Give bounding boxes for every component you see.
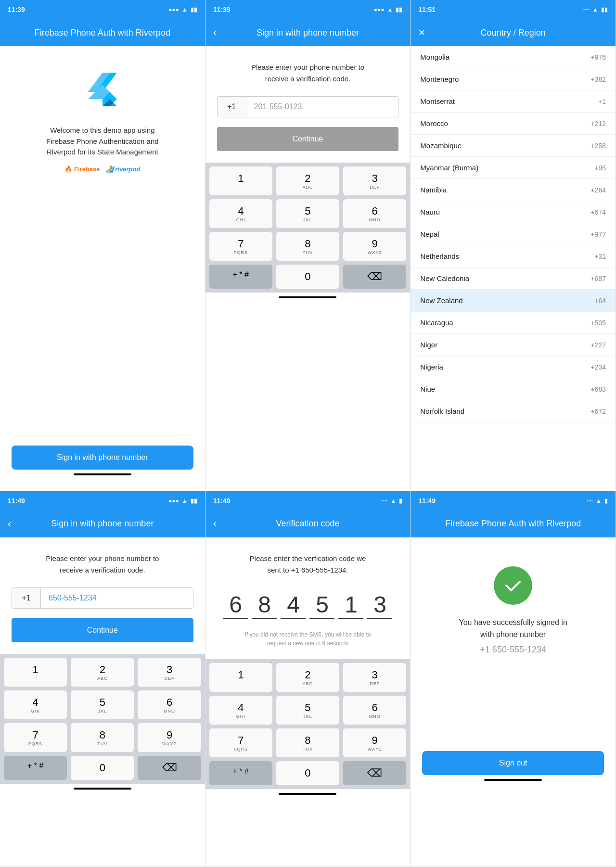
- key-5-9[interactable]: 9WXYZ: [343, 728, 406, 757]
- sign-out-button[interactable]: Sign out: [422, 751, 604, 775]
- key-5-2[interactable]: 2ABC: [276, 663, 339, 692]
- key-6[interactable]: 6MNO: [343, 199, 406, 228]
- wifi-icon: ▲: [182, 6, 188, 13]
- phone-number-field[interactable]: [246, 97, 398, 117]
- digit-2: 8: [252, 591, 277, 619]
- key-5-4[interactable]: 4GHI: [209, 696, 272, 725]
- nav-title-1: Firebase Phone Auth with Riverpod: [35, 28, 170, 38]
- key-1[interactable]: 1: [209, 166, 272, 195]
- country-list[interactable]: Mongolia+976 Montenegro+382 Montserrat+1…: [411, 46, 616, 491]
- back-button-4[interactable]: ‹: [8, 518, 11, 530]
- time-3: 11:51: [418, 6, 436, 13]
- key-0[interactable]: 0: [276, 265, 339, 289]
- nav-title-2: Sign in with phone number: [257, 28, 359, 38]
- country-item-nigeria[interactable]: Nigeria+234: [411, 356, 616, 378]
- status-icons-6: ···· ▲ ▮: [587, 497, 608, 504]
- digit-4: 5: [309, 591, 334, 619]
- key-4-7[interactable]: 7PQRS: [4, 723, 67, 752]
- time-6: 11:49: [418, 497, 436, 505]
- country-item-nauru[interactable]: Nauru+674: [411, 201, 616, 223]
- country-item-new-zealand[interactable]: New Zealand+64: [411, 290, 616, 312]
- back-button-2[interactable]: ‹: [213, 26, 217, 39]
- key-4-2[interactable]: 2ABC: [71, 658, 134, 687]
- digit-1: 6: [223, 591, 248, 619]
- continue-button[interactable]: Continue: [217, 127, 399, 151]
- country-item-mongolia[interactable]: Mongolia+976: [411, 46, 616, 68]
- key-3[interactable]: 3DEF: [343, 166, 406, 195]
- phone-input-row-4: +1: [12, 587, 193, 609]
- key-4-3[interactable]: 3DEF: [138, 658, 201, 687]
- country-item-morocco[interactable]: Morocco+212: [411, 113, 616, 135]
- continue-button-4[interactable]: Continue: [12, 618, 193, 642]
- key-5-8[interactable]: 8TUV: [276, 728, 339, 757]
- welcome-body: Welcome to this demo app using Firebase …: [0, 46, 205, 491]
- key-5-5[interactable]: 5JKL: [276, 696, 339, 725]
- country-item-myanmar[interactable]: Myanmar (Burma)+95: [411, 157, 616, 179]
- key-4-special[interactable]: + * #: [4, 756, 67, 780]
- status-bar-2: 11:39 ●●● ▲ ▮▮: [205, 0, 411, 19]
- screen-country-region: 11:51 ···· ▲ ▮▮ ✕ Country / Region Mongo…: [411, 0, 616, 491]
- riverpod-label: 🏄 riverpod: [106, 166, 141, 173]
- key-5[interactable]: 5JKL: [276, 199, 339, 228]
- key-7[interactable]: 7PQRS: [209, 232, 272, 261]
- country-item-niue[interactable]: Niue+683: [411, 378, 616, 400]
- key-4-0[interactable]: 0: [71, 756, 134, 780]
- success-message: You have successfully signed in with pho…: [459, 616, 567, 641]
- country-item-montserrat[interactable]: Montserrat+1: [411, 90, 616, 113]
- country-item-nicaragua[interactable]: Nicaragua+505: [411, 312, 616, 334]
- country-item-montenegro[interactable]: Montenegro+382: [411, 68, 616, 90]
- status-icons-5: ···· ▲ ▮: [381, 497, 402, 504]
- key-8[interactable]: 8TUV: [276, 232, 339, 261]
- key-4-5[interactable]: 5JKL: [71, 690, 134, 719]
- resend-text: If you did not receive the SMS, you will…: [217, 630, 399, 648]
- wifi-icon-2: ▲: [387, 6, 393, 13]
- key-5-special[interactable]: + * #: [209, 761, 272, 785]
- status-bar-6: 11:49 ···· ▲ ▮: [411, 491, 616, 510]
- signal-icon-2: ●●●: [374, 6, 385, 13]
- key-4-8[interactable]: 8TUV: [71, 723, 134, 752]
- battery-icon-3: ▮▮: [601, 6, 608, 13]
- phone-input-filled-body: Please enter your phone number to receiv…: [0, 537, 205, 654]
- country-item-netherlands[interactable]: Netherlands+31: [411, 245, 616, 268]
- key-4-4[interactable]: 4GHI: [4, 690, 67, 719]
- country-item-mozambique[interactable]: Mozambique+258: [411, 135, 616, 157]
- success-body: You have successfully signed in with pho…: [411, 537, 616, 867]
- nav-bar-2: ‹ Sign in with phone number: [205, 19, 411, 46]
- nav-title-5: Verification code: [276, 519, 339, 529]
- battery-icon: ▮▮: [191, 6, 197, 13]
- key-5-3[interactable]: 3DEF: [343, 663, 406, 692]
- country-item-niger[interactable]: Niger+227: [411, 334, 616, 356]
- key-5-backspace[interactable]: ⌫: [343, 761, 406, 785]
- flutter-logo: [78, 65, 127, 114]
- key-4-backspace[interactable]: ⌫: [138, 756, 201, 780]
- country-code-display-4[interactable]: +1: [12, 588, 41, 608]
- phone-number-field-4[interactable]: [41, 588, 193, 608]
- wifi-icon-6: ▲: [596, 497, 602, 504]
- key-5-6[interactable]: 6MNO: [343, 696, 406, 725]
- back-button-5[interactable]: ‹: [213, 518, 217, 530]
- numpad-5: 1 2ABC 3DEF 4GHI 5JKL 6MNO 7PQRS 8TUV 9W…: [205, 659, 411, 789]
- close-button-3[interactable]: ✕: [418, 27, 425, 38]
- key-5-7[interactable]: 7PQRS: [209, 728, 272, 757]
- key-special[interactable]: + * #: [209, 265, 272, 289]
- sign-in-button-1[interactable]: Sign in with phone number: [12, 446, 193, 470]
- key-5-0[interactable]: 0: [276, 761, 339, 785]
- key-4-6[interactable]: 6MNO: [138, 690, 201, 719]
- key-4[interactable]: 4GHI: [209, 199, 272, 228]
- key-4-9[interactable]: 9WXYZ: [138, 723, 201, 752]
- country-code-display[interactable]: +1: [218, 97, 246, 117]
- country-item-new-caledonia[interactable]: New Caledonia+687: [411, 268, 616, 290]
- key-backspace[interactable]: ⌫: [343, 265, 406, 289]
- home-indicator-4: [74, 788, 131, 790]
- key-5-1[interactable]: 1: [209, 663, 272, 692]
- status-bar-3: 11:51 ···· ▲ ▮▮: [411, 0, 616, 19]
- wifi-icon-3: ▲: [592, 6, 598, 13]
- country-item-nepal[interactable]: Nepal+977: [411, 223, 616, 245]
- nav-bar-6: Firebase Phone Auth with Riverpod: [411, 510, 616, 537]
- key-2[interactable]: 2ABC: [276, 166, 339, 195]
- nav-title-4: Sign in with phone number: [51, 519, 154, 529]
- country-item-norfolk[interactable]: Norfolk Island+672: [411, 400, 616, 422]
- key-4-1[interactable]: 1: [4, 658, 67, 687]
- country-item-namibia[interactable]: Namibia+264: [411, 179, 616, 201]
- key-9[interactable]: 9WXYZ: [343, 232, 406, 261]
